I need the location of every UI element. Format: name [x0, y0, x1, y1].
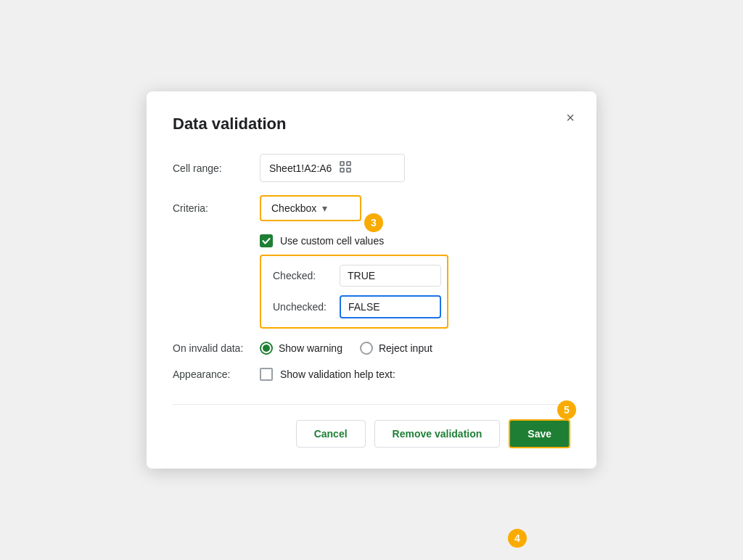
criteria-value: Checkbox	[271, 202, 316, 214]
cell-range-label: Cell range:	[173, 162, 260, 174]
grid-icon	[339, 160, 352, 176]
close-button[interactable]: ×	[559, 106, 582, 129]
appearance-checkbox-label: Show validation help text:	[280, 368, 395, 380]
radio-show-warning[interactable]: Show warning	[260, 342, 342, 355]
radio-group: Show warning Reject input	[260, 342, 432, 355]
fields-group: Checked: Unchecked:	[260, 255, 448, 329]
radio-reject-input[interactable]: Reject input	[360, 342, 432, 355]
badge-5: 5	[557, 400, 576, 419]
custom-cell-label: Use custom cell values	[280, 235, 384, 247]
value-fields-wrapper: Checked: Unchecked: 4	[173, 255, 570, 329]
svg-rect-1	[347, 162, 350, 165]
svg-rect-2	[340, 168, 344, 172]
radio-reject-input-outer	[360, 342, 373, 355]
cell-range-value: Sheet1!A2:A6	[269, 162, 332, 174]
cell-range-input[interactable]: Sheet1!A2:A6	[260, 154, 405, 182]
svg-rect-0	[340, 162, 344, 165]
cancel-button[interactable]: Cancel	[296, 420, 366, 448]
save-button[interactable]: Save	[509, 419, 570, 448]
invalid-data-row: On invalid data: Show warning Reject inp…	[173, 342, 570, 355]
cell-range-row: Cell range: Sheet1!A2:A6	[173, 154, 570, 182]
check-icon	[262, 236, 271, 245]
radio-show-warning-inner	[263, 345, 270, 352]
remove-validation-button[interactable]: Remove validation	[374, 420, 501, 448]
unchecked-label: Unchecked:	[273, 301, 331, 313]
data-validation-dialog: Data validation × Cell range: Sheet1!A2:…	[147, 91, 596, 469]
unchecked-input[interactable]	[340, 295, 441, 318]
criteria-label: Criteria:	[173, 202, 260, 214]
svg-rect-3	[347, 168, 350, 172]
criteria-wrapper: Checkbox ▾	[260, 195, 361, 221]
criteria-dropdown-arrow: ▾	[322, 202, 327, 214]
criteria-select[interactable]: Checkbox ▾	[260, 195, 361, 221]
radio-show-warning-label: Show warning	[279, 342, 342, 354]
checked-label: Checked:	[273, 270, 331, 281]
custom-cell-checkbox[interactable]	[260, 234, 273, 247]
badge-4: 4	[508, 529, 527, 548]
dialog-footer: Cancel Remove validation Save 5	[173, 404, 570, 448]
custom-cell-row: Use custom cell values	[260, 234, 570, 247]
invalid-data-label: On invalid data:	[173, 342, 260, 354]
dialog-title: Data validation	[173, 115, 570, 133]
unchecked-row: Unchecked:	[273, 295, 435, 318]
appearance-checkbox[interactable]	[260, 368, 273, 381]
radio-reject-input-label: Reject input	[379, 342, 432, 354]
appearance-label: Appearance:	[173, 368, 260, 380]
checked-row: Checked:	[273, 265, 435, 287]
appearance-row: Appearance: Show validation help text:	[173, 368, 570, 381]
radio-show-warning-outer	[260, 342, 273, 355]
badge-3: 3	[364, 213, 383, 232]
checked-input[interactable]	[340, 265, 441, 287]
